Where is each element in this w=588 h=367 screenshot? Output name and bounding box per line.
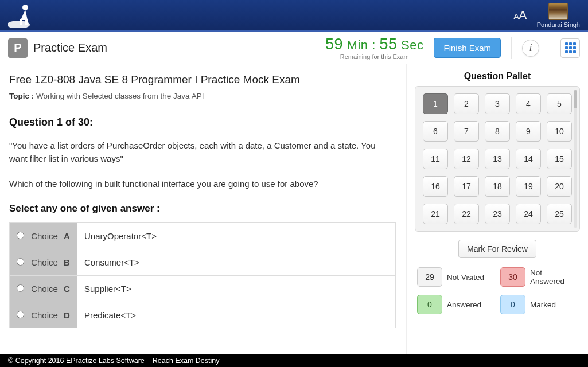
timer-sep: : bbox=[372, 38, 379, 52]
svg-point-1 bbox=[22, 5, 28, 10]
legend-not-answered-count: 30 bbox=[500, 267, 525, 287]
username: Pondurai Singh bbox=[537, 21, 580, 28]
choice-value: UnaryOperator<T> bbox=[77, 222, 396, 249]
user-block[interactable]: Pondurai Singh bbox=[537, 3, 580, 28]
choice-letter: C bbox=[64, 284, 70, 294]
choice-value: Supplier<T> bbox=[77, 275, 396, 302]
footer-copyright: © Copyright 2016 EPractize Labs Software bbox=[8, 357, 145, 365]
choice-cell-label[interactable]: Choice D bbox=[10, 302, 77, 328]
app-bar: P Practice Exam 59 Min : 55 Sec Remainin… bbox=[0, 32, 588, 64]
legend-not-visited-count: 29 bbox=[417, 267, 442, 287]
top-bar-left bbox=[8, 3, 39, 28]
apps-grid-icon[interactable] bbox=[560, 38, 580, 58]
question-paragraph-1: "You have a list orders of PurchaseOrder… bbox=[9, 139, 388, 166]
pallet-question-button[interactable]: 25 bbox=[547, 204, 572, 224]
pallet-question-button[interactable]: 11 bbox=[423, 149, 448, 169]
pallet-question-button[interactable]: 24 bbox=[516, 204, 541, 224]
choice-word: Choice bbox=[31, 310, 58, 320]
finish-exam-button[interactable]: Finish Exam bbox=[434, 38, 501, 58]
topic-line: Topic : Working with Selected classes fr… bbox=[9, 92, 395, 100]
choice-row: Choice B Consumer<T> bbox=[10, 249, 396, 275]
practice-badge-icon: P bbox=[8, 38, 28, 58]
question-content: Free 1Z0-808 Java SE 8 Programmer I Prac… bbox=[0, 64, 407, 354]
pallet-question-button[interactable]: 15 bbox=[547, 149, 572, 169]
app-bar-right: 59 Min : 55 Sec Remaining for this Exam … bbox=[325, 36, 580, 60]
question-pallet: Question Pallet 123456789101112131415161… bbox=[407, 64, 588, 354]
exam-title: Free 1Z0-808 Java SE 8 Programmer I Prac… bbox=[9, 73, 395, 86]
footer-tagline-link[interactable]: Reach Exam Destiny bbox=[153, 357, 220, 365]
pallet-question-button[interactable]: 16 bbox=[423, 176, 448, 197]
pallet-box: 1234567891011121314151617181920212223242… bbox=[415, 86, 580, 232]
mark-for-review-button[interactable]: Mark For Review bbox=[458, 240, 536, 258]
topic-label: Topic : bbox=[9, 92, 34, 100]
choice-radio[interactable] bbox=[17, 258, 24, 266]
top-bar-right: AA Pondurai Singh bbox=[513, 3, 580, 28]
app-bar-left: P Practice Exam bbox=[8, 38, 107, 58]
timer: 59 Min : 55 Sec Remaining for this Exam bbox=[325, 36, 424, 60]
pallet-question-button[interactable]: 8 bbox=[485, 121, 510, 142]
pallet-question-button[interactable]: 9 bbox=[516, 121, 541, 142]
pallet-question-button[interactable]: 4 bbox=[516, 93, 541, 114]
choice-word: Choice bbox=[31, 257, 58, 267]
timer-sec-unit: Sec bbox=[401, 38, 423, 52]
choice-letter: D bbox=[64, 310, 70, 320]
pallet-question-button[interactable]: 13 bbox=[485, 149, 510, 169]
pallet-question-button[interactable]: 7 bbox=[454, 121, 479, 142]
font-resize-icon[interactable]: AA bbox=[513, 8, 527, 23]
legend-marked-count: 0 bbox=[500, 295, 525, 314]
choice-row: Choice C Supplier<T> bbox=[10, 275, 396, 302]
pallet-question-button[interactable]: 18 bbox=[485, 176, 510, 197]
pallet-question-button[interactable]: 23 bbox=[485, 204, 510, 224]
pallet-question-button[interactable]: 12 bbox=[454, 149, 479, 169]
pallet-question-button[interactable]: 2 bbox=[454, 93, 479, 114]
choice-cell-label[interactable]: Choice C bbox=[10, 275, 77, 302]
choice-table: Choice A UnaryOperator<T> Choice B Consu… bbox=[9, 222, 396, 328]
timer-sec-value: 55 bbox=[379, 36, 397, 53]
pallet-question-button[interactable]: 14 bbox=[516, 149, 541, 169]
info-icon[interactable]: i bbox=[522, 40, 539, 57]
pallet-question-button[interactable]: 3 bbox=[485, 93, 510, 114]
pallet-grid: 1234567891011121314151617181920212223242… bbox=[422, 93, 573, 224]
scrollbar[interactable] bbox=[574, 90, 577, 228]
app-logo-icon bbox=[8, 3, 39, 28]
legend: 29 Not Visited 30 Not Answered 0 Answere… bbox=[415, 267, 580, 314]
choice-radio[interactable] bbox=[17, 232, 24, 239]
topic-value: Working with Selected classes from the J… bbox=[36, 92, 204, 100]
divider bbox=[550, 37, 550, 59]
pallet-question-button[interactable]: 21 bbox=[423, 204, 448, 224]
choice-row: Choice A UnaryOperator<T> bbox=[10, 222, 396, 249]
timer-min-unit: Min bbox=[347, 38, 368, 52]
choice-cell-label[interactable]: Choice B bbox=[10, 249, 77, 275]
pallet-question-button[interactable]: 22 bbox=[454, 204, 479, 224]
choice-word: Choice bbox=[31, 231, 58, 241]
divider bbox=[511, 37, 512, 59]
pallet-question-button[interactable]: 5 bbox=[547, 93, 572, 114]
legend-answered-count: 0 bbox=[417, 295, 442, 314]
legend-marked-label: Marked bbox=[530, 300, 578, 309]
pallet-question-button[interactable]: 10 bbox=[547, 121, 572, 142]
pallet-question-button[interactable]: 20 bbox=[547, 176, 572, 197]
choice-radio[interactable] bbox=[17, 311, 24, 318]
main: Free 1Z0-808 Java SE 8 Programmer I Prac… bbox=[0, 64, 588, 354]
question-paragraph-2: Which of the following in built function… bbox=[9, 177, 388, 190]
select-heading: Select any one of given answer : bbox=[9, 203, 395, 214]
choice-word: Choice bbox=[31, 284, 58, 294]
top-bar: AA Pondurai Singh bbox=[0, 0, 588, 32]
legend-answered-label: Answered bbox=[447, 300, 496, 309]
choice-letter: B bbox=[64, 257, 70, 267]
choice-radio[interactable] bbox=[17, 284, 24, 292]
pallet-question-button[interactable]: 17 bbox=[454, 176, 479, 197]
pallet-question-button[interactable]: 1 bbox=[423, 93, 448, 114]
choice-letter: A bbox=[64, 231, 70, 241]
pallet-question-button[interactable]: 6 bbox=[423, 121, 448, 142]
legend-not-visited-label: Not Visited bbox=[447, 273, 496, 282]
choice-value: Predicate<T> bbox=[77, 302, 396, 328]
scrollbar-thumb[interactable] bbox=[574, 90, 577, 108]
choice-value: Consumer<T> bbox=[77, 249, 396, 275]
svg-rect-2 bbox=[20, 19, 22, 25]
avatar bbox=[548, 3, 568, 20]
pallet-question-button[interactable]: 19 bbox=[516, 176, 541, 197]
question-heading: Question 1 of 30: bbox=[9, 116, 395, 128]
pallet-heading: Question Pallet bbox=[415, 71, 580, 81]
choice-cell-label[interactable]: Choice A bbox=[10, 222, 77, 249]
